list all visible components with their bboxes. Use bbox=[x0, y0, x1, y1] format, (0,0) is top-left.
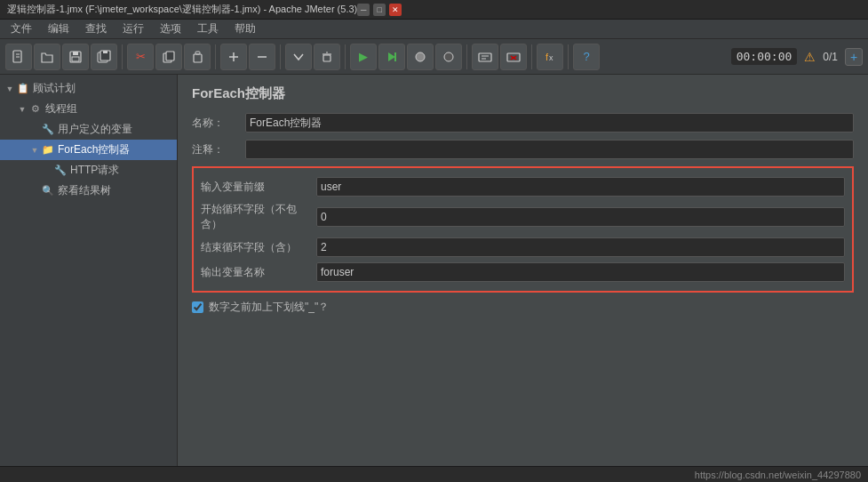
end-index-row: 结束循环字段（含） bbox=[201, 237, 845, 257]
function-helper-button[interactable]: fx bbox=[537, 44, 563, 70]
start-no-pause-button[interactable] bbox=[378, 44, 405, 70]
user-vars-label: 用户定义的变量 bbox=[58, 122, 132, 137]
toolbar-sep-4 bbox=[345, 44, 346, 69]
foreach-icon: 📁 bbox=[41, 143, 55, 157]
sidebar-item-test-plan[interactable]: ▼ 📋 顾试计划 bbox=[0, 78, 177, 99]
svg-rect-5 bbox=[72, 57, 79, 61]
titlebar: 逻辑控制器-1.jmx (F:\jmeter_workspace\逻辑控制器-1… bbox=[0, 0, 868, 20]
start-index-input[interactable] bbox=[316, 207, 845, 227]
new-button[interactable] bbox=[5, 44, 32, 70]
svg-rect-8 bbox=[103, 51, 108, 53]
add-threads-button[interactable]: + bbox=[845, 48, 863, 66]
statusbar-url: https://blog.csdn.net/weixin_44297880 bbox=[695, 470, 861, 480]
close-button[interactable]: ✕ bbox=[389, 4, 402, 16]
toolbar-sep-5 bbox=[466, 44, 467, 69]
svg-rect-4 bbox=[73, 52, 78, 55]
minimize-button[interactable]: ─ bbox=[357, 4, 370, 16]
sidebar-item-result-tree[interactable]: ▶ 🔍 察看结果树 bbox=[0, 181, 177, 201]
user-vars-icon: 🔧 bbox=[41, 123, 55, 137]
underscore-checkbox-label: 数字之前加上下划线"_"？ bbox=[209, 300, 329, 315]
open-button[interactable] bbox=[34, 44, 60, 70]
comment-input[interactable] bbox=[245, 140, 854, 159]
foreach-label: ForEach控制器 bbox=[58, 142, 130, 157]
sidebar-item-foreach[interactable]: ▼ 📁 ForEach控制器 bbox=[0, 140, 177, 160]
expand-button[interactable] bbox=[220, 44, 247, 70]
input-prefix-input[interactable] bbox=[316, 177, 845, 197]
tree-arrow-test-plan: ▼ bbox=[4, 83, 16, 95]
result-tree-icon: 🔍 bbox=[41, 184, 55, 198]
comment-row: 注释： bbox=[192, 140, 854, 159]
maximize-button[interactable]: □ bbox=[373, 4, 386, 16]
svg-rect-16 bbox=[323, 55, 330, 61]
save-all-button[interactable] bbox=[91, 44, 117, 70]
timer-display: 00:00:00 bbox=[731, 48, 798, 65]
name-row: 名称： bbox=[192, 113, 854, 133]
output-var-label: 输出变量名称 bbox=[201, 265, 316, 280]
sidebar-item-http[interactable]: ▶ 🔧 HTTP请求 bbox=[0, 160, 177, 181]
paste-button[interactable] bbox=[184, 44, 211, 70]
output-var-row: 输出变量名称 bbox=[201, 262, 845, 282]
collapse-button[interactable] bbox=[249, 44, 275, 70]
output-var-input[interactable] bbox=[316, 262, 845, 282]
clear-all-button[interactable] bbox=[500, 44, 527, 70]
remove-button[interactable] bbox=[314, 44, 340, 70]
statusbar: https://blog.csdn.net/weixin_44297880 bbox=[0, 466, 868, 482]
underscore-checkbox[interactable] bbox=[192, 301, 203, 313]
cut-button[interactable]: ✂ bbox=[127, 44, 154, 70]
content-panel: ForEach控制器 名称： 注释： 输入变量前缀 开始循环字段（不包含） bbox=[178, 75, 868, 466]
sidebar-item-thread-group[interactable]: ▼ ⚙ 线程组 bbox=[0, 99, 177, 119]
toolbar-sep-7 bbox=[568, 44, 569, 69]
comment-label: 注释： bbox=[192, 142, 245, 157]
svg-rect-10 bbox=[166, 52, 174, 60]
warning-icon: ⚠ bbox=[804, 50, 816, 64]
toolbar: ✂ ▶ fx ? 00:00:00 ⚠ 0/1 bbox=[0, 39, 868, 75]
toolbar-sep-3 bbox=[280, 44, 281, 69]
menu-edit[interactable]: 编辑 bbox=[41, 20, 76, 38]
svg-rect-25 bbox=[479, 53, 491, 61]
start-button[interactable]: ▶ bbox=[350, 44, 377, 70]
add-button[interactable] bbox=[285, 44, 312, 70]
panel-title: ForEach控制器 bbox=[192, 85, 854, 102]
svg-marker-19 bbox=[388, 52, 395, 61]
input-prefix-row: 输入变量前缀 bbox=[201, 177, 845, 197]
http-icon: 🔧 bbox=[53, 164, 68, 178]
end-index-label: 结束循环字段（含） bbox=[201, 240, 316, 255]
thread-group-icon: ⚙ bbox=[28, 102, 43, 116]
test-plan-icon: 📋 bbox=[16, 82, 30, 96]
menu-help[interactable]: 帮助 bbox=[227, 20, 263, 38]
save-button[interactable] bbox=[62, 44, 89, 70]
menu-search[interactable]: 查找 bbox=[78, 20, 114, 38]
toolbar-sep-1 bbox=[122, 44, 123, 69]
menu-options[interactable]: 选项 bbox=[153, 20, 188, 38]
thread-group-label: 线程组 bbox=[45, 101, 77, 116]
svg-rect-11 bbox=[194, 54, 202, 62]
main-layout: ▼ 📋 顾试计划 ▼ ⚙ 线程组 ▶ 🔧 用户定义的变量 ▼ 📁 ForEach… bbox=[0, 75, 868, 466]
result-tree-label: 察看结果树 bbox=[58, 183, 111, 198]
pause2-button[interactable] bbox=[435, 44, 462, 70]
clear-button[interactable] bbox=[472, 44, 498, 70]
http-label: HTTP请求 bbox=[70, 163, 119, 178]
sidebar-item-user-vars[interactable]: ▶ 🔧 用户定义的变量 bbox=[0, 119, 177, 140]
help-button[interactable]: ? bbox=[573, 44, 600, 70]
menu-file[interactable]: 文件 bbox=[4, 20, 39, 38]
tree-arrow-foreach: ▼ bbox=[28, 144, 41, 157]
name-input[interactable] bbox=[245, 113, 854, 133]
timer-area: 00:00:00 ⚠ 0/1 + bbox=[731, 48, 863, 66]
end-index-input[interactable] bbox=[316, 237, 845, 257]
name-label: 名称： bbox=[192, 116, 245, 131]
menu-run[interactable]: 运行 bbox=[115, 20, 151, 38]
input-prefix-label: 输入变量前缀 bbox=[201, 180, 316, 195]
svg-rect-12 bbox=[195, 52, 200, 54]
underscore-checkbox-row: 数字之前加上下划线"_"？ bbox=[192, 300, 854, 315]
pause-button[interactable] bbox=[407, 44, 434, 70]
svg-text:x: x bbox=[549, 53, 553, 62]
test-plan-label: 顾试计划 bbox=[33, 81, 76, 96]
titlebar-controls: ─ □ ✕ bbox=[357, 4, 402, 16]
toolbar-sep-6 bbox=[531, 44, 532, 69]
start-index-row: 开始循环字段（不包含） bbox=[201, 202, 845, 232]
sidebar: ▼ 📋 顾试计划 ▼ ⚙ 线程组 ▶ 🔧 用户定义的变量 ▼ 📁 ForEach… bbox=[0, 75, 178, 466]
menu-tools[interactable]: 工具 bbox=[190, 20, 226, 38]
copy-button[interactable] bbox=[155, 44, 182, 70]
tree-arrow-thread-group: ▼ bbox=[16, 103, 28, 116]
timer-count: 0/1 bbox=[823, 51, 838, 63]
